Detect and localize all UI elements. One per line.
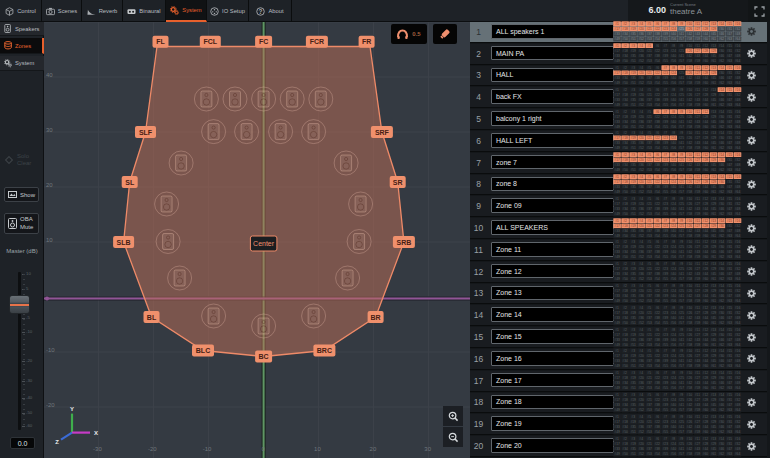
svg-text:#52: #52 [638, 365, 644, 369]
svg-text:#28: #28 [702, 398, 708, 402]
svg-text:#13: #13 [710, 371, 716, 375]
svg-text:#40: #40 [670, 403, 676, 407]
svg-text:#3: #3 [631, 66, 635, 70]
svg-text:#35: #35 [630, 294, 636, 298]
svg-text:#59: #59 [694, 278, 700, 282]
svg-text:#10: #10 [686, 262, 692, 266]
svg-text:SR: SR [393, 179, 403, 186]
svg-text:#34: #34 [622, 142, 628, 146]
svg-text:#53: #53 [646, 38, 652, 42]
svg-text:#34: #34 [622, 207, 628, 211]
svg-text:#6: #6 [655, 436, 659, 440]
svg-text:#33: #33 [614, 272, 620, 276]
svg-text:#39: #39 [662, 338, 668, 342]
svg-text:#49: #49 [614, 299, 620, 303]
svg-text:#60: #60 [702, 190, 708, 194]
svg-text:#7: #7 [663, 393, 667, 397]
svg-text:#49: #49 [614, 278, 620, 282]
svg-text:#22: #22 [654, 442, 660, 446]
svg-text:#23: #23 [662, 158, 668, 162]
svg-text:#35: #35 [630, 360, 636, 364]
svg-text:#8: #8 [671, 349, 675, 353]
svg-text:#39: #39 [662, 120, 668, 124]
svg-text:#9: #9 [679, 327, 683, 331]
svg-text:#8: #8 [671, 153, 675, 157]
svg-text:#26: #26 [686, 202, 692, 206]
svg-text:#22: #22 [654, 398, 660, 402]
svg-text:#60: #60 [702, 387, 708, 391]
svg-text:#46: #46 [718, 294, 724, 298]
svg-text:#36: #36 [638, 207, 644, 211]
svg-text:#22: #22 [654, 158, 660, 162]
svg-text:#54: #54 [654, 408, 660, 412]
svg-text:#2: #2 [623, 66, 627, 70]
svg-text:#50: #50 [622, 343, 628, 347]
svg-text:#25: #25 [678, 136, 684, 140]
svg-text:#60: #60 [702, 38, 708, 42]
svg-text:#48: #48 [734, 33, 740, 37]
svg-text:#53: #53 [646, 430, 652, 434]
svg-text:#63: #63 [726, 169, 732, 173]
svg-text:#59: #59 [694, 81, 700, 85]
svg-text:#6: #6 [655, 109, 659, 113]
svg-text:#29: #29 [710, 289, 716, 293]
svg-text:#59: #59 [694, 212, 700, 216]
svg-text:#34: #34 [622, 229, 628, 233]
svg-text:#4: #4 [639, 22, 643, 26]
svg-text:#35: #35 [630, 207, 636, 211]
svg-text:#23: #23 [662, 180, 668, 184]
svg-text:#36: #36 [638, 142, 644, 146]
svg-text:#32: #32 [734, 333, 740, 337]
svg-text:#5: #5 [647, 66, 651, 70]
svg-text:#45: #45 [710, 54, 716, 58]
svg-text:#25: #25 [678, 354, 684, 358]
svg-text:#36: #36 [638, 381, 644, 385]
svg-text:#1: #1 [615, 415, 619, 419]
svg-text:#55: #55 [662, 256, 668, 260]
svg-text:#54: #54 [654, 103, 660, 107]
svg-text:#24: #24 [670, 311, 676, 315]
svg-text:#28: #28 [702, 354, 708, 358]
svg-text:#41: #41 [678, 207, 684, 211]
svg-text:#63: #63 [726, 147, 732, 151]
svg-text:#32: #32 [734, 71, 740, 75]
svg-text:#64: #64 [734, 452, 740, 456]
svg-text:#49: #49 [614, 430, 620, 434]
svg-text:#31: #31 [726, 311, 732, 315]
svg-text:#47: #47 [726, 120, 732, 124]
svg-text:#15: #15 [726, 436, 732, 440]
svg-text:#36: #36 [638, 229, 644, 233]
svg-text:#36: #36 [638, 185, 644, 189]
svg-text:#37: #37 [646, 381, 652, 385]
svg-text:#30: #30 [718, 158, 724, 162]
svg-text:#18: #18 [622, 376, 628, 380]
svg-text:#57: #57 [678, 60, 684, 64]
svg-text:#19: #19 [630, 420, 636, 424]
svg-text:#1: #1 [615, 240, 619, 244]
svg-text:#28: #28 [702, 420, 708, 424]
svg-text:#48: #48 [734, 54, 740, 58]
svg-text:#9: #9 [679, 262, 683, 266]
svg-text:#27: #27 [694, 398, 700, 402]
svg-text:#9: #9 [679, 109, 683, 113]
svg-text:#42: #42 [686, 294, 692, 298]
svg-text:#13: #13 [710, 44, 716, 48]
svg-text:#51: #51 [630, 190, 636, 194]
svg-text:#35: #35 [630, 98, 636, 102]
svg-text:#5: #5 [647, 44, 651, 48]
svg-text:#22: #22 [654, 245, 660, 249]
svg-text:#42: #42 [686, 360, 692, 364]
svg-text:#30: #30 [718, 420, 724, 424]
svg-text:#6: #6 [655, 22, 659, 26]
svg-text:#33: #33 [614, 229, 620, 233]
svg-text:#39: #39 [662, 229, 668, 233]
svg-text:#19: #19 [630, 333, 636, 337]
svg-text:#50: #50 [622, 452, 628, 456]
svg-text:#63: #63 [726, 387, 732, 391]
svg-text:#5: #5 [647, 306, 651, 310]
svg-text:#44: #44 [702, 381, 708, 385]
svg-text:#23: #23 [662, 420, 668, 424]
svg-text:#18: #18 [622, 224, 628, 228]
svg-text:#26: #26 [686, 311, 692, 315]
svg-text:#5: #5 [647, 262, 651, 266]
